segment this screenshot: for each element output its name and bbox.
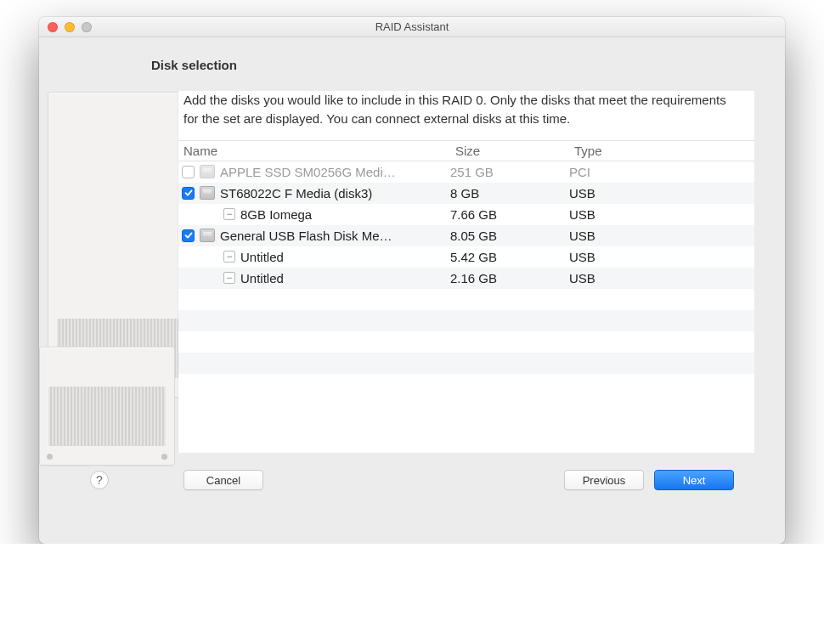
help-button[interactable]: ?: [90, 471, 109, 489]
cell-name: −Untitled: [178, 271, 450, 285]
disk-name: Untitled: [240, 271, 284, 285]
disk-table: Name Size Type APPLE SSD SM0256G Medi…25…: [178, 140, 754, 454]
table-header: Name Size Type: [178, 141, 754, 161]
close-icon[interactable]: [48, 22, 58, 32]
window-title: RAID Assistant: [39, 20, 785, 33]
titlebar: RAID Assistant: [39, 17, 785, 37]
cell-name: General USB Flash Disk Me…: [178, 229, 450, 243]
disk-size: 5.42 GB: [450, 250, 569, 264]
col-name[interactable]: Name: [178, 144, 450, 158]
disk-size: 2.16 GB: [450, 271, 569, 285]
cell-name: ST68022C F Media (disk3): [178, 186, 450, 201]
disk-size: 7.66 GB: [450, 207, 569, 222]
table-body: APPLE SSD SM0256G Medi…251 GBPCIST68022C…: [178, 161, 754, 454]
instructions: Add the disks you would like to include …: [178, 91, 754, 140]
table-row: [178, 353, 754, 374]
table-row[interactable]: −Untitled5.42 GBUSB: [178, 246, 754, 268]
disk-size: 251 GB: [450, 165, 569, 179]
disk-size: 8.05 GB: [450, 229, 569, 243]
disk-type: USB: [569, 186, 754, 201]
include-checkbox[interactable]: [182, 187, 195, 200]
minimize-icon[interactable]: [65, 22, 75, 32]
disk-type: PCI: [569, 165, 754, 179]
previous-button[interactable]: Previous: [564, 470, 644, 490]
disk-name: APPLE SSD SM0256G Medi…: [220, 165, 396, 179]
hard-drive-icon: [200, 186, 215, 200]
zoom-icon: [82, 22, 92, 32]
next-button[interactable]: Next: [654, 470, 734, 490]
footer: ? Cancel Previous Next: [70, 453, 754, 507]
disk-name: 8GB Iomega: [240, 207, 312, 222]
disk-name: Untitled: [240, 250, 284, 264]
table-row: [178, 331, 754, 353]
include-checkbox: [182, 166, 195, 178]
col-type[interactable]: Type: [569, 144, 754, 158]
volume-icon: −: [223, 272, 235, 284]
table-row[interactable]: −8GB Iomega7.66 GBUSB: [178, 204, 754, 225]
disk-size: 8 GB: [450, 186, 569, 201]
table-row[interactable]: −Untitled2.16 GBUSB: [178, 268, 754, 289]
col-size[interactable]: Size: [450, 144, 569, 158]
page-title: Disk selection: [151, 58, 754, 72]
cell-name: APPLE SSD SM0256G Medi…: [178, 165, 450, 179]
window-controls: [48, 22, 92, 32]
table-row: [178, 289, 754, 310]
disk-type: USB: [569, 207, 754, 222]
table-row: [178, 310, 754, 331]
volume-icon: −: [223, 208, 235, 220]
hard-drive-icon: [200, 165, 215, 178]
disk-name: General USB Flash Disk Me…: [220, 229, 392, 243]
cancel-button[interactable]: Cancel: [183, 470, 263, 490]
table-row[interactable]: ST68022C F Media (disk3)8 GBUSB: [178, 183, 754, 204]
hard-drive-icon: [200, 229, 215, 242]
disk-type: USB: [569, 250, 754, 264]
content-panel: Add the disks you would like to include …: [178, 91, 754, 453]
disk-type: USB: [569, 229, 754, 243]
body: Disk selection Add the disks you would l…: [39, 37, 785, 544]
disk-type: USB: [569, 271, 754, 285]
volume-icon: −: [223, 251, 235, 263]
cell-name: −Untitled: [178, 250, 450, 264]
window: RAID Assistant Disk selection Add the di…: [39, 17, 785, 544]
table-row[interactable]: APPLE SSD SM0256G Medi…251 GBPCI: [178, 161, 754, 183]
table-row: [178, 374, 754, 395]
table-row[interactable]: General USB Flash Disk Me…8.05 GBUSB: [178, 225, 754, 246]
cell-name: −8GB Iomega: [178, 207, 450, 222]
disk-name: ST68022C F Media (disk3): [220, 186, 372, 201]
include-checkbox[interactable]: [182, 229, 195, 242]
